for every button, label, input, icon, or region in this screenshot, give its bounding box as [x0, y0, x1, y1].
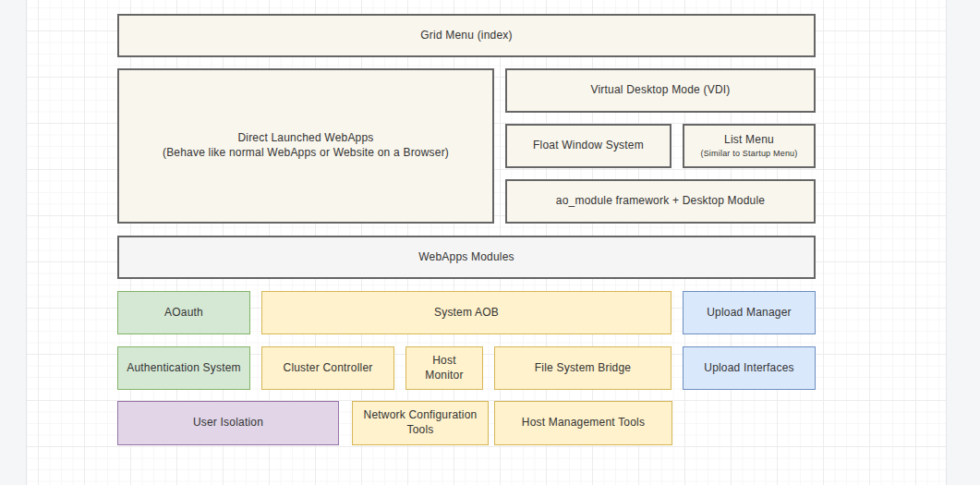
node-ao-module-framework[interactable]: ao_module framework + Desktop Module [505, 179, 816, 224]
node-upload-interfaces[interactable]: Upload Interfaces [683, 346, 816, 390]
node-grid-menu-index[interactable]: Grid Menu (index) [117, 14, 816, 57]
node-label: Network Configuration Tools [358, 408, 482, 437]
node-cluster-controller[interactable]: Cluster Controller [261, 346, 394, 390]
node-file-system-bridge[interactable]: File System Bridge [494, 346, 671, 390]
node-label: Grid Menu (index) [420, 29, 512, 43]
node-label: Float Window System [533, 139, 644, 153]
node-direct-launched-webapps[interactable]: Direct Launched WebApps(Behave like norm… [117, 68, 494, 224]
node-label: Upload Manager [707, 306, 792, 321]
node-sublabel: (Similar to Startup Menu) [700, 148, 797, 160]
diagram-node-layer: Grid Menu (index)Direct Launched WebApps… [0, 0, 980, 485]
node-authentication-system[interactable]: Authentication System [117, 346, 250, 390]
node-system-aob[interactable]: System AOB [261, 291, 671, 334]
node-label: Direct Launched WebApps [237, 131, 373, 146]
node-label: AOauth [164, 306, 203, 321]
node-label: Authentication System [127, 361, 241, 376]
node-label: User Isolation [193, 416, 263, 430]
node-virtual-desktop-mode[interactable]: Virtual Desktop Mode (VDI) [505, 68, 816, 113]
node-label: List Menu [724, 133, 774, 148]
node-label: Upload Interfaces [704, 361, 793, 376]
node-aoauth[interactable]: AOauth [117, 291, 250, 334]
node-label: File System Bridge [535, 361, 631, 376]
node-host-management-tools[interactable]: Host Management Tools [494, 401, 672, 445]
node-label: System AOB [434, 306, 499, 321]
node-host-monitor[interactable]: Host Monitor [405, 346, 483, 390]
node-user-isolation[interactable]: User Isolation [117, 401, 339, 445]
diagram-stage: Grid Menu (index)Direct Launched WebApps… [0, 0, 980, 485]
node-label: Host Management Tools [522, 416, 645, 430]
node-webapps-modules[interactable]: WebApps Modules [117, 236, 816, 279]
node-sublabel: (Behave like normal WebApps or Website o… [163, 146, 449, 161]
node-upload-manager[interactable]: Upload Manager [683, 291, 816, 334]
node-label: WebApps Modules [418, 250, 514, 265]
node-label: Host Monitor [412, 354, 477, 382]
node-label: ao_module framework + Desktop Module [556, 194, 765, 209]
node-label: Virtual Desktop Mode (VDI) [590, 83, 730, 98]
node-list-menu[interactable]: List Menu(Similar to Startup Menu) [683, 124, 816, 168]
node-label: Cluster Controller [284, 361, 373, 376]
node-float-window-system[interactable]: Float Window System [505, 124, 671, 168]
node-network-configuration-tools[interactable]: Network Configuration Tools [352, 401, 489, 445]
